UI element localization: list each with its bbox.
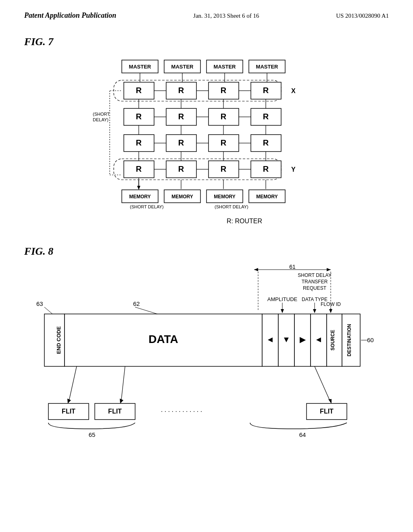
- svg-text:MASTER: MASTER: [214, 64, 236, 70]
- svg-text:SOURCE: SOURCE: [330, 330, 336, 350]
- svg-text:▼: ▼: [282, 335, 290, 344]
- svg-text:DELAY): DELAY): [93, 117, 108, 122]
- svg-text:TRANSFER: TRANSFER: [302, 279, 328, 285]
- fig7-diagram: MASTER MASTER MASTER MASTER R R: [24, 56, 389, 229]
- svg-text:R: R: [263, 138, 269, 147]
- svg-text:MASTER: MASTER: [171, 64, 194, 70]
- svg-text:R: R: [178, 86, 184, 95]
- svg-text:61: 61: [289, 264, 296, 270]
- svg-marker-105: [281, 309, 284, 313]
- fig8-label: FIG. 8: [24, 245, 389, 258]
- svg-text:X: X: [291, 87, 296, 94]
- publication-title: Patent Application Publication: [24, 11, 116, 20]
- svg-text:R: R: [136, 164, 142, 173]
- svg-marker-82: [137, 186, 140, 190]
- svg-text:R: R: [221, 112, 227, 121]
- svg-text:R: R: [263, 86, 269, 95]
- svg-text:R:  ROUTER: R: ROUTER: [227, 218, 262, 224]
- svg-text:R: R: [221, 164, 227, 173]
- svg-text:MEMORY: MEMORY: [171, 194, 193, 200]
- svg-text:◄: ◄: [266, 335, 274, 344]
- svg-text:R: R: [263, 112, 269, 121]
- svg-text:64: 64: [299, 431, 306, 438]
- svg-text:65: 65: [89, 431, 96, 438]
- svg-text:MEMORY: MEMORY: [214, 194, 236, 200]
- svg-text:DESTINATION: DESTINATION: [346, 324, 352, 356]
- svg-text:END CODE: END CODE: [56, 326, 62, 354]
- svg-text:FLIT: FLIT: [320, 408, 334, 415]
- svg-marker-137: [328, 399, 332, 403]
- svg-line-131: [44, 307, 52, 314]
- svg-text:MASTER: MASTER: [129, 64, 152, 70]
- svg-text:63: 63: [36, 300, 43, 307]
- svg-text:FLIT: FLIT: [108, 408, 122, 415]
- svg-text:R: R: [221, 138, 227, 147]
- fig7-label: FIG. 7: [24, 36, 389, 48]
- svg-marker-96: [327, 268, 331, 271]
- svg-text:R: R: [136, 138, 142, 147]
- svg-text:MEMORY: MEMORY: [256, 194, 278, 200]
- svg-marker-95: [254, 268, 258, 271]
- svg-text:FLIT: FLIT: [62, 408, 75, 415]
- svg-text:R: R: [178, 164, 184, 173]
- svg-text:(SHORT: (SHORT: [93, 112, 110, 116]
- svg-text:60: 60: [367, 337, 374, 343]
- svg-line-129: [135, 307, 157, 314]
- svg-line-136: [315, 366, 331, 403]
- fig8-section: FIG. 8 61 SHORT DELAY TRANSFER REQUEST A…: [24, 245, 389, 481]
- svg-text:(SHORT DELAY): (SHORT DELAY): [130, 204, 164, 209]
- svg-text:(SHORT DELAY): (SHORT DELAY): [215, 204, 248, 209]
- svg-text:R: R: [178, 112, 184, 121]
- svg-text:62: 62: [133, 300, 140, 307]
- svg-text:AMPLITUDE: AMPLITUDE: [267, 296, 298, 302]
- svg-text:MASTER: MASTER: [256, 64, 279, 70]
- svg-line-132: [69, 366, 77, 403]
- publication-date-sheet: Jan. 31, 2013 Sheet 6 of 16: [193, 12, 259, 19]
- svg-text:R: R: [136, 112, 142, 121]
- svg-text:R: R: [178, 138, 184, 147]
- svg-text:MEMORY: MEMORY: [129, 194, 151, 200]
- svg-text:Y: Y: [291, 166, 296, 173]
- main-content: FIG. 7 MASTER MASTER MASTER MASTER: [0, 24, 413, 493]
- svg-text:REQUEST: REQUEST: [303, 285, 327, 291]
- svg-marker-107: [313, 309, 316, 313]
- publication-number: US 2013/0028090 A1: [336, 12, 389, 19]
- svg-text:R: R: [136, 86, 142, 95]
- svg-text:SHORT DELAY: SHORT DELAY: [298, 272, 331, 278]
- svg-line-134: [121, 366, 125, 403]
- svg-text:DATA: DATA: [148, 333, 178, 345]
- page-header: Patent Application Publication Jan. 31, …: [0, 0, 413, 24]
- svg-text:R: R: [221, 86, 227, 95]
- svg-text:R: R: [263, 164, 269, 173]
- svg-text:▶: ▶: [300, 335, 306, 344]
- fig7-svg: MASTER MASTER MASTER MASTER R R: [86, 56, 327, 229]
- svg-text:· · · · · · · · · · · ·: · · · · · · · · · · · ·: [161, 408, 202, 415]
- svg-text:◄: ◄: [315, 335, 323, 344]
- fig8-diagram: 61 SHORT DELAY TRANSFER REQUEST AMPLITUD…: [24, 266, 389, 481]
- fig8-svg: 61 SHORT DELAY TRANSFER REQUEST AMPLITUD…: [24, 266, 395, 479]
